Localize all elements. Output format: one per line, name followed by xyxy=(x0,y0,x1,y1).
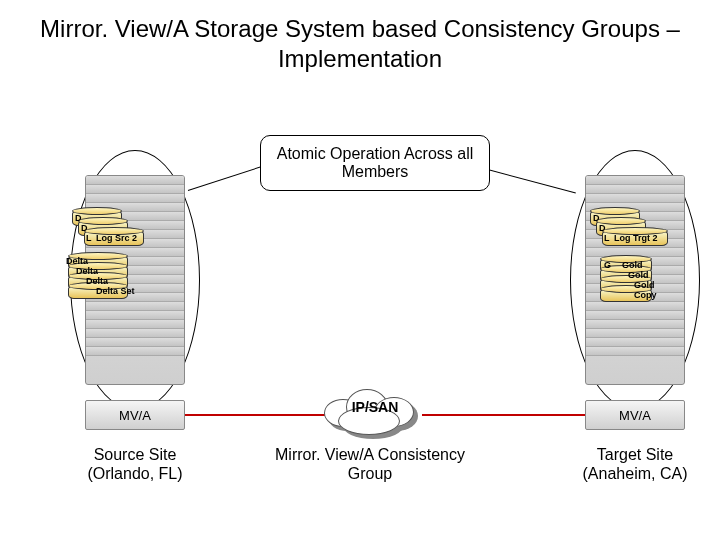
delta-labels: Delta Delta Delta Delta Set xyxy=(66,256,135,296)
tgt-d-fragment-2: D xyxy=(599,223,606,233)
tgt-d-fragment-1: D xyxy=(593,213,600,223)
target-mv-label: MV/A xyxy=(619,408,651,423)
atomic-caption: Atomic Operation Across all Members xyxy=(261,145,489,181)
ip-san-cloud-icon: IP/SAN xyxy=(320,385,430,440)
source-site-label: Source Site (Orlando, FL) xyxy=(65,445,205,483)
gold-labels: Gold Gold Gold Copy xyxy=(622,260,657,300)
link-line-right xyxy=(422,414,585,416)
ip-san-label: IP/SAN xyxy=(320,399,430,415)
link-line-left xyxy=(185,414,330,416)
page-title: Mirror. View/A Storage System based Cons… xyxy=(0,0,720,74)
log-src-label: Log Src 2 xyxy=(96,233,137,243)
src-d-fragment-1: D xyxy=(75,213,82,223)
source-mv-label: MV/A xyxy=(119,408,151,423)
source-mv-badge: MV/A xyxy=(85,400,185,430)
src-d-fragment-2: D xyxy=(81,223,88,233)
target-mv-badge: MV/A xyxy=(585,400,685,430)
log-trgt-label: Log Trgt 2 xyxy=(614,233,658,243)
atomic-caption-box: Atomic Operation Across all Members xyxy=(260,135,490,191)
src-l-prefix: L xyxy=(86,233,92,243)
target-site-label: Target Site (Anaheim, CA) xyxy=(565,445,705,483)
connector-atomic-left xyxy=(188,165,264,191)
connector-atomic-right xyxy=(484,168,576,194)
tgt-g-prefix: G xyxy=(604,260,611,270)
consistency-group-label: Mirror. View/A Consistency Group xyxy=(230,445,510,483)
tgt-l-prefix: L xyxy=(604,233,610,243)
